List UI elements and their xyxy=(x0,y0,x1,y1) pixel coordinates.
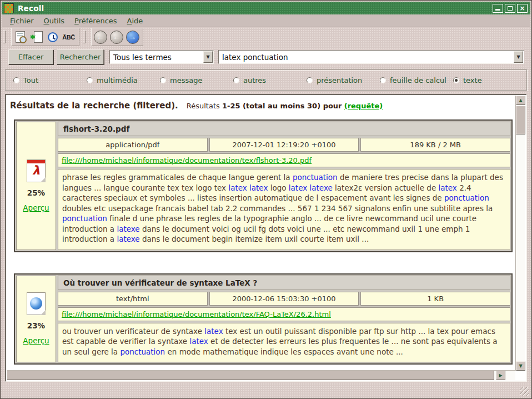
spell-abc-icon: ÂBĈ xyxy=(62,34,74,41)
radio-icon[interactable] xyxy=(307,77,313,83)
result-size: 1 KB xyxy=(360,292,510,306)
menu-fichier[interactable]: Fichier xyxy=(5,16,39,26)
menu-outils[interactable]: Outils xyxy=(39,16,70,26)
maximize-icon xyxy=(508,6,513,11)
sort-document-icon xyxy=(34,31,43,43)
dropdown-button[interactable]: ▼ xyxy=(514,51,523,63)
next-page-button[interactable]: → xyxy=(125,30,140,44)
filter-option-pr-sentation[interactable]: présentation xyxy=(307,76,380,84)
search-input[interactable] xyxy=(219,53,513,62)
document-type-icon xyxy=(27,159,46,182)
result-side-panel: 25% Aperçu xyxy=(16,122,56,250)
result-meta-row: application/pdf 2007-12-01 12:19:20 +010… xyxy=(58,138,510,152)
relevance-percent: 23% xyxy=(27,321,45,330)
query-link[interactable]: (requête) xyxy=(344,102,383,110)
close-button[interactable]: × xyxy=(517,4,528,13)
scroll-up-button[interactable]: ▲ xyxy=(516,96,525,105)
triangle-down-icon: ▼ xyxy=(519,363,522,368)
filter-option-tout[interactable]: Tout xyxy=(13,76,87,84)
highlighted-term: latexe xyxy=(117,235,139,243)
filter-option-multim-dia[interactable]: multimédia xyxy=(87,76,160,84)
resize-grip[interactable] xyxy=(520,387,529,396)
results-frame: Résultats de la recherche (filtered). Ré… xyxy=(5,94,527,382)
clear-button[interactable]: Effacer xyxy=(8,49,53,64)
filter-option-texte[interactable]: texte xyxy=(453,76,482,84)
filter-option-autres[interactable]: autres xyxy=(233,76,307,84)
highlighted-term: ponctuation xyxy=(120,347,165,356)
filter-option-label: Tout xyxy=(23,76,38,84)
snippet-text: dans le document begin itemize item uxil… xyxy=(140,235,369,243)
term-explorer-button[interactable]: ÂBĈ xyxy=(61,30,76,44)
arrow-right-icon: → xyxy=(126,31,139,44)
toolbar-group-navigation: ← ← → xyxy=(91,28,143,46)
results-list: 25% Aperçu flshort-3.20.pdf application/… xyxy=(9,119,515,365)
result-side-panel: 23% Aperçu xyxy=(16,276,56,363)
menu-aide[interactable]: Aide xyxy=(122,16,148,26)
window-controls: × xyxy=(493,4,530,13)
chevron-down-icon: ▼ xyxy=(516,54,520,59)
search-row: Effacer Rechercher Tous les termes ▼ ▼ xyxy=(1,49,532,66)
results-count: Résultats 1-25 (total au moins 30) pour … xyxy=(187,102,383,110)
filter-option-label: message xyxy=(170,76,202,84)
dropdown-button[interactable]: ▼ xyxy=(203,51,213,63)
result-mime-type: application/pdf xyxy=(58,138,208,152)
result-item: 25% Aperçu flshort-3.20.pdf application/… xyxy=(14,119,513,252)
search-button[interactable]: Rechercher xyxy=(57,49,104,64)
preview-link[interactable]: Aperçu xyxy=(23,203,49,212)
document-history-button[interactable] xyxy=(45,30,60,44)
minimize-icon xyxy=(495,9,500,11)
vertical-scrollbar[interactable]: ▲ ▼ xyxy=(515,96,525,371)
preview-link[interactable]: Aperçu xyxy=(23,336,49,345)
result-title: Où trouver un vérificateur de syntaxe La… xyxy=(58,276,510,290)
snippet-text: logo xyxy=(268,183,288,192)
horizontal-scroll-thumb[interactable] xyxy=(7,371,494,380)
snippet-text: ou trouver un verificateur de syntaxe xyxy=(62,327,204,336)
toolbar-handle[interactable] xyxy=(3,31,6,43)
radio-icon[interactable] xyxy=(160,77,166,83)
result-url-link[interactable]: file:///home/michael/informatique/docume… xyxy=(62,156,312,164)
filter-option-feuille-de-calcul[interactable]: feuille de calcul xyxy=(380,76,453,84)
result-date: 2007-12-01 12:19:20 +0100 xyxy=(209,138,359,152)
chevron-down-icon: ▼ xyxy=(206,54,209,59)
filter-option-message[interactable]: message xyxy=(160,76,233,84)
highlighted-term: latex latex xyxy=(228,183,268,192)
filter-option-label: autres xyxy=(243,76,266,84)
search-mode-combobox[interactable]: Tous les termes ▼ xyxy=(109,50,214,64)
highlighted-term: ponctuation xyxy=(293,173,338,182)
scroll-right-button[interactable]: ▶ xyxy=(496,371,505,380)
radio-icon[interactable] xyxy=(233,77,239,83)
radio-icon[interactable] xyxy=(87,77,93,83)
highlighted-term: ponctuation xyxy=(444,193,489,202)
radio-icon[interactable] xyxy=(380,77,386,83)
radio-icon[interactable] xyxy=(453,77,459,83)
titlebar[interactable]: Recoll × xyxy=(2,2,530,14)
result-meta-row: text/html 2000-12-06 15:03:30 +0100 1 KB xyxy=(58,292,510,306)
recoll-window: Recoll × FichierOutilsPréférencesAide ÂB… xyxy=(0,0,532,399)
minimize-button[interactable] xyxy=(493,4,503,13)
vertical-scroll-thumb[interactable] xyxy=(516,106,525,134)
snippet-text: phrase les regles grammaticales de chaqu… xyxy=(62,173,293,182)
page-fold xyxy=(41,310,46,315)
previous-page-button[interactable]: ← xyxy=(109,30,124,44)
app-icon xyxy=(4,3,14,13)
result-title: flshort-3.20.pdf xyxy=(58,122,510,136)
toolbar-handle[interactable] xyxy=(83,31,86,43)
radio-icon[interactable] xyxy=(13,77,19,83)
result-url-cell: file:///home/michael/informatique/docume… xyxy=(58,307,510,321)
triangle-right-icon: ▶ xyxy=(499,373,502,378)
scroll-down-button[interactable]: ▼ xyxy=(516,361,525,371)
statusbar xyxy=(2,382,530,397)
first-page-button[interactable]: ← xyxy=(93,30,108,44)
arrow-left-icon: ← xyxy=(110,31,123,44)
advanced-search-button[interactable] xyxy=(13,30,28,44)
search-mode-value: Tous les termes xyxy=(110,53,203,62)
result-url-link[interactable]: file:///home/michael/informatique/docume… xyxy=(62,310,331,318)
horizontal-scrollbar[interactable]: ▶ xyxy=(7,370,515,380)
snippet-text: doubles etc usepackage francais babel ta… xyxy=(62,204,493,213)
sort-parameters-button[interactable] xyxy=(29,30,44,44)
filter-option-label: feuille de calcul xyxy=(390,76,446,84)
relevance-percent: 25% xyxy=(27,188,45,197)
menubar: FichierOutilsPréférencesAide xyxy=(2,14,530,27)
maximize-button[interactable] xyxy=(505,4,515,13)
menu-pr-f-rences[interactable]: Préférences xyxy=(69,16,122,26)
